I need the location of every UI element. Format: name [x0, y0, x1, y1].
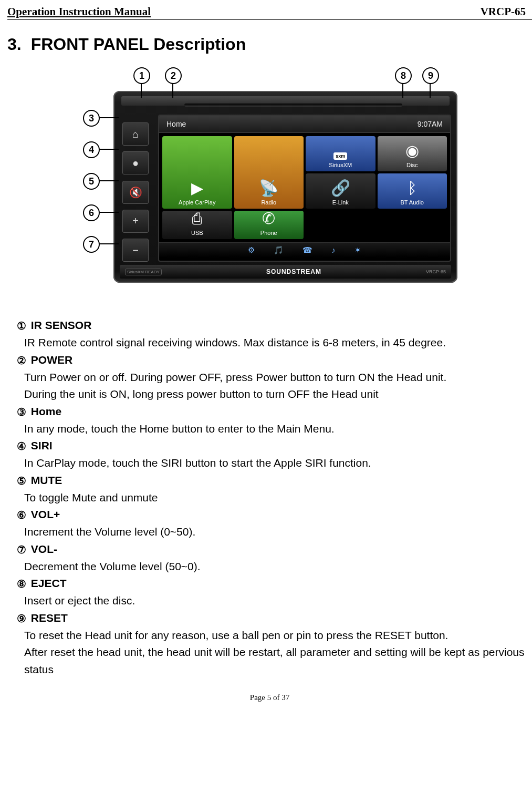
definition-title: MUTE	[28, 474, 62, 486]
definitions-list: ① IR SENSORIR Remote control signal rece…	[7, 317, 532, 679]
callout-3: 3	[83, 110, 100, 127]
bluetooth-icon: ᛒ	[408, 180, 417, 196]
section-title-text: FRONT PANEL Description	[31, 35, 246, 54]
home-button[interactable]: ⌂	[122, 122, 149, 146]
definition-title: POWER	[28, 354, 72, 366]
app-label: Apple CarPlay	[179, 199, 215, 205]
app-label: SiriusXM	[329, 162, 352, 168]
app-label: Phone	[260, 230, 277, 236]
app-label: Radio	[261, 199, 276, 205]
bluetooth-icon[interactable]: ✶	[354, 245, 361, 255]
circled-number: ③	[17, 404, 26, 420]
app-label: BT Audio	[401, 199, 424, 205]
app-disc[interactable]: ◉ Disc	[378, 136, 447, 171]
disc-slot	[184, 104, 402, 107]
header-left: Operation Instruction Manual	[7, 5, 151, 18]
definition-body-line: To reset the Head unit for any reason, u…	[17, 627, 530, 644]
screen-dock: ⚙ 🎵 ☎ ♪ ✶	[159, 242, 450, 258]
callout-9: 9	[422, 67, 439, 84]
disc-icon: ◉	[405, 143, 419, 159]
app-label: E-Link	[332, 199, 349, 205]
app-usb[interactable]: ⎙ USB	[162, 211, 232, 239]
definition-body-line: To toggle Mute and unmute	[17, 489, 530, 507]
circled-number: ①	[17, 318, 26, 334]
header-rule	[7, 19, 532, 20]
page-footer: Page 5 of 37	[7, 693, 532, 702]
definition-heading: ② POWER	[17, 352, 530, 369]
note-icon[interactable]: ♪	[331, 246, 336, 255]
callout-7: 7	[83, 236, 100, 253]
definition-body-line: In any mode, touch the Home button to en…	[17, 420, 530, 438]
definition-body-line: Turn Power on or off. During power OFF, …	[17, 369, 530, 386]
section-title: 3.FRONT PANEL Description	[7, 35, 532, 54]
section-number: 3.	[7, 35, 22, 54]
mute-button[interactable]: 🔇	[122, 181, 149, 204]
circled-number: ⑥	[17, 507, 26, 523]
device-top-bezel	[121, 96, 450, 106]
definition-title: VOL+	[28, 508, 60, 520]
phone-icon: ✆	[262, 211, 275, 227]
screen-clock: 9:07AM	[418, 120, 443, 128]
sxm-badge: sxm	[333, 152, 347, 160]
phone-icon[interactable]: ☎	[302, 245, 312, 255]
app-label: USB	[191, 230, 203, 236]
app-bt-audio[interactable]: ᛒ BT Audio	[378, 173, 447, 209]
antenna-icon: 📡	[259, 180, 278, 196]
circled-number: ②	[17, 353, 26, 369]
vol-down-button[interactable]: −	[122, 239, 149, 262]
screen-title: Home	[166, 120, 186, 128]
siriusxm-ready-badge: SiriusXM READY	[125, 269, 162, 275]
definition-heading: ⑥ VOL+	[17, 506, 530, 523]
definition-heading: ④ SIRI	[17, 437, 530, 455]
front-panel-figure: 1 2 3 4 5 6 7 8 9	[77, 70, 463, 291]
definition-title: SIRI	[28, 439, 53, 451]
definition-body-line: IR Remote control signal receiving windo…	[17, 334, 530, 352]
callout-2: 2	[165, 67, 182, 84]
circled-number: ⑤	[17, 473, 26, 489]
definition-heading: ⑦ VOL-	[17, 541, 530, 558]
callout-4: 4	[83, 141, 100, 158]
definition-title: VOL-	[28, 543, 57, 555]
music-icon[interactable]: 🎵	[274, 245, 284, 255]
app-radio[interactable]: 📡 Radio	[234, 136, 304, 209]
screen-status-bar: Home 9:07AM	[159, 116, 450, 133]
callout-5: 5	[83, 173, 100, 190]
side-button-strip: ⌂ ● 🔇 + −	[120, 122, 151, 262]
usb-icon: ⎙	[192, 211, 202, 227]
circled-number: ⑦	[17, 542, 26, 558]
touch-screen[interactable]: Home 9:07AM ▶ Apple CarPlay 📡 Radio	[158, 115, 451, 262]
circled-number: ④	[17, 438, 26, 455]
definition-body-line: After reset the head unit, the head unit…	[17, 644, 530, 678]
device-body: ⌂ ● 🔇 + − Home 9:07AM ▶ Apple CarPlay	[113, 91, 457, 283]
definition-heading: ① IR SENSOR	[17, 317, 530, 334]
app-apple-carplay[interactable]: ▶ Apple CarPlay	[162, 136, 232, 209]
vol-up-button[interactable]: +	[122, 210, 149, 233]
definition-heading: ⑨ RESET	[17, 610, 530, 627]
definition-heading: ③ Home	[17, 403, 530, 420]
definition-body-line: During the unit is ON, long press power …	[17, 386, 530, 403]
model-label: VRCP-65	[426, 269, 446, 274]
gear-icon[interactable]: ⚙	[248, 245, 255, 255]
callout-8: 8	[395, 67, 412, 84]
definition-title: EJECT	[28, 577, 67, 589]
callout-6: 6	[83, 204, 100, 221]
device-bottom-bezel: SiriusXM READY SOUNDSTREAM VRCP-65	[120, 265, 451, 279]
definition-body-line: In CarPlay mode, touch the SIRI button t…	[17, 455, 530, 472]
app-siriusxm[interactable]: sxm SiriusXM	[306, 136, 375, 171]
callout-1: 1	[133, 67, 150, 84]
link-icon: 🔗	[331, 180, 350, 196]
definition-title: Home	[28, 405, 61, 417]
circled-number: ⑧	[17, 576, 26, 592]
definition-heading: ⑧ EJECT	[17, 575, 530, 592]
circled-number: ⑨	[17, 611, 26, 627]
definition-heading: ⑤ MUTE	[17, 472, 530, 489]
brand-text: SOUNDSTREAM	[266, 268, 321, 275]
definition-body-line: Increment the Volume level (0~50).	[17, 523, 530, 541]
definition-body-line: Insert or eject the disc.	[17, 592, 530, 610]
play-icon: ▶	[191, 180, 203, 196]
app-grid: ▶ Apple CarPlay 📡 Radio sxm SiriusXM	[159, 133, 450, 242]
app-phone[interactable]: ✆ Phone	[234, 211, 304, 239]
definition-body-line: Decrement the Volume level (50~0).	[17, 558, 530, 575]
siri-button[interactable]: ●	[122, 151, 149, 174]
app-elink[interactable]: 🔗 E-Link	[306, 173, 375, 209]
